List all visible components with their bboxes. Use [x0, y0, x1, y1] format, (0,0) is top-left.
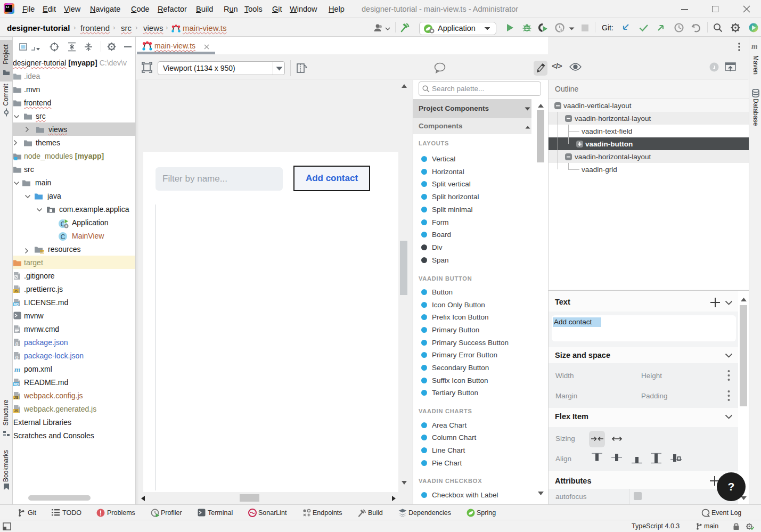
svg-text:JS: JS [14, 289, 19, 293]
svg-text:{}: {} [15, 341, 18, 346]
svg-text:JS: JS [14, 409, 19, 413]
svg-text:{}: {} [15, 355, 18, 359]
svg-text:MD: MD [13, 302, 19, 306]
svg-text:m: m [14, 366, 21, 373]
svg-text:MD: MD [13, 382, 19, 386]
svg-text:JS: JS [14, 396, 19, 399]
svg-text:C: C [61, 233, 66, 241]
